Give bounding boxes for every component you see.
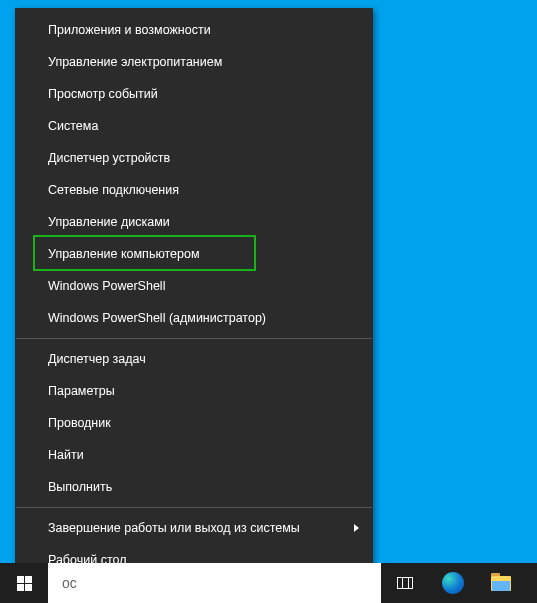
taskbar: ос bbox=[0, 563, 537, 603]
file-explorer-icon bbox=[491, 576, 511, 591]
menu-item-run[interactable]: Выполнить bbox=[15, 471, 373, 503]
menu-item-label: Сетевые подключения bbox=[48, 183, 179, 197]
menu-item-label: Выполнить bbox=[48, 480, 112, 494]
taskbar-app-edge[interactable] bbox=[429, 563, 477, 603]
menu-item-label: Проводник bbox=[48, 416, 111, 430]
menu-item-computer-management[interactable]: Управление компьютером bbox=[15, 238, 373, 270]
windows-logo-icon bbox=[17, 576, 32, 591]
menu-item-label: Параметры bbox=[48, 384, 115, 398]
menu-item-task-manager[interactable]: Диспетчер задач bbox=[15, 343, 373, 375]
task-view-button[interactable] bbox=[381, 563, 429, 603]
menu-item-label: Завершение работы или выход из системы bbox=[48, 521, 300, 535]
menu-separator bbox=[16, 507, 372, 508]
menu-item-label: Система bbox=[48, 119, 98, 133]
menu-item-label: Windows PowerShell (администратор) bbox=[48, 311, 266, 325]
menu-item-system[interactable]: Система bbox=[15, 110, 373, 142]
menu-item-label: Просмотр событий bbox=[48, 87, 158, 101]
edge-icon bbox=[442, 572, 464, 594]
menu-item-power-options[interactable]: Управление электропитанием bbox=[15, 46, 373, 78]
menu-item-label: Управление компьютером bbox=[48, 247, 200, 261]
menu-item-powershell[interactable]: Windows PowerShell bbox=[15, 270, 373, 302]
taskbar-search-visible-text: ос bbox=[62, 575, 77, 591]
menu-item-apps-features[interactable]: Приложения и возможности bbox=[15, 14, 373, 46]
menu-item-label: Приложения и возможности bbox=[48, 23, 211, 37]
menu-item-event-viewer[interactable]: Просмотр событий bbox=[15, 78, 373, 110]
menu-item-label: Диспетчер задач bbox=[48, 352, 146, 366]
menu-item-powershell-admin[interactable]: Windows PowerShell (администратор) bbox=[15, 302, 373, 334]
menu-item-search[interactable]: Найти bbox=[15, 439, 373, 471]
taskbar-search-box[interactable]: ос bbox=[48, 563, 381, 603]
menu-item-label: Windows PowerShell bbox=[48, 279, 165, 293]
task-view-icon bbox=[397, 577, 413, 589]
menu-item-settings[interactable]: Параметры bbox=[15, 375, 373, 407]
menu-separator bbox=[16, 338, 372, 339]
winx-context-menu: Приложения и возможностиУправление элект… bbox=[15, 8, 373, 582]
menu-item-shutdown-signout[interactable]: Завершение работы или выход из системы bbox=[15, 512, 373, 544]
menu-item-disk-management[interactable]: Управление дисками bbox=[15, 206, 373, 238]
menu-item-file-explorer[interactable]: Проводник bbox=[15, 407, 373, 439]
menu-item-label: Диспетчер устройств bbox=[48, 151, 170, 165]
menu-item-network-connections[interactable]: Сетевые подключения bbox=[15, 174, 373, 206]
start-button[interactable] bbox=[0, 563, 48, 603]
menu-item-label: Управление электропитанием bbox=[48, 55, 222, 69]
submenu-arrow-icon bbox=[354, 524, 359, 532]
menu-item-label: Управление дисками bbox=[48, 215, 170, 229]
menu-item-device-manager[interactable]: Диспетчер устройств bbox=[15, 142, 373, 174]
menu-item-label: Найти bbox=[48, 448, 84, 462]
taskbar-app-file-explorer[interactable] bbox=[477, 563, 525, 603]
